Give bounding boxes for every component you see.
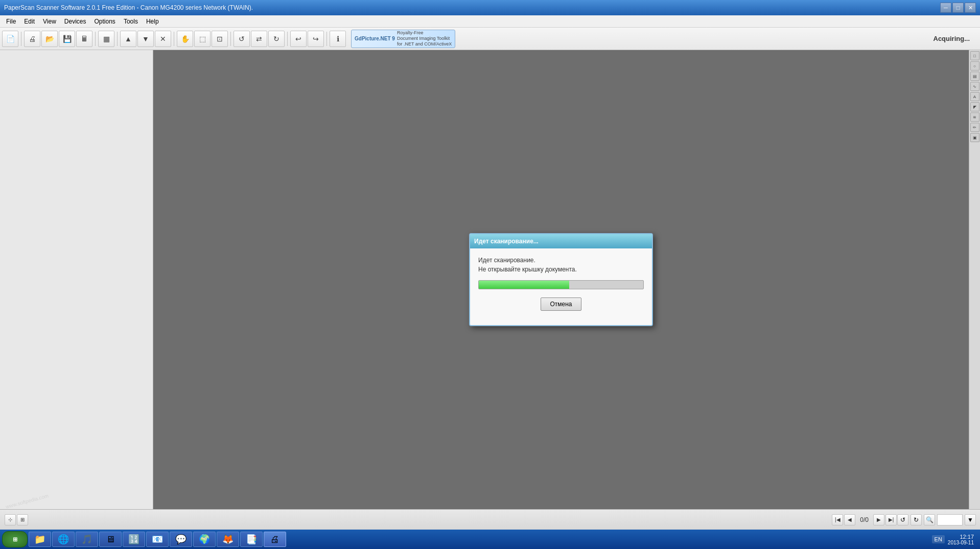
toolbar-sep-7: [326, 32, 327, 46]
taskbar-media[interactable]: 🎵: [76, 532, 98, 547]
dialog-overlay: Идет сканирование... Идет сканирование. …: [153, 50, 969, 509]
toolbar-down-button[interactable]: ▼: [137, 31, 154, 47]
first-page-button[interactable]: |◀: [832, 514, 843, 525]
toolbar-delete-button[interactable]: ✕: [155, 31, 171, 47]
right-tool-8[interactable]: ✏: [970, 123, 979, 132]
toolbar-sep-2: [95, 32, 96, 46]
maximize-button[interactable]: □: [952, 3, 964, 13]
taskbar: ⊞ 📁 🌐 🎵 🖥 🔢 📧 💬 🌍 🦊 📑 🖨 EN 12:17 2013-09…: [0, 530, 980, 549]
zoom-input[interactable]: 100%: [937, 514, 963, 525]
menu-tools[interactable]: Tools: [120, 17, 142, 26]
toolbar-rotate-left-button[interactable]: ↺: [234, 31, 250, 47]
toolbar-new-button[interactable]: 📄: [2, 31, 18, 47]
toolbar-scan-button[interactable]: 🖨: [24, 31, 40, 47]
right-tool-5[interactable]: A: [970, 92, 979, 101]
toolbar-info-button[interactable]: ℹ: [330, 31, 346, 47]
right-tool-3[interactable]: ▤: [970, 72, 979, 81]
toolbar-sep-3: [117, 32, 118, 46]
banner-line1: Royalty-Free: [397, 30, 452, 36]
toolbar-hand-button[interactable]: ✋: [177, 31, 193, 47]
menu-options[interactable]: Options: [90, 17, 120, 26]
menu-help[interactable]: Help: [142, 17, 163, 26]
start-icon: ⊞: [13, 536, 17, 543]
toolbar-select-button[interactable]: ⬚: [194, 31, 211, 47]
progress-bar-fill: [479, 281, 569, 289]
toolbar-sep-5: [230, 32, 231, 46]
taskbar-skype[interactable]: 💬: [170, 532, 192, 547]
view-move-button[interactable]: ⊹: [5, 514, 16, 525]
toolbar-sep-1: [21, 32, 21, 46]
taskbar-paperscan[interactable]: 🖨: [264, 532, 286, 547]
zoom-out-button[interactable]: 🔍: [924, 514, 935, 525]
toolbar-undo-button[interactable]: ↩: [290, 31, 307, 47]
progress-bar-container: [478, 280, 644, 289]
prev-page-button[interactable]: ◀: [844, 514, 855, 525]
toolbar-open-button[interactable]: 📂: [41, 31, 58, 47]
taskbar-firefox[interactable]: 🦊: [217, 532, 239, 547]
taskbar-acrobat[interactable]: 📑: [240, 532, 263, 547]
taskbar-remote[interactable]: 🖥: [99, 532, 122, 547]
toolbar-print-button[interactable]: 🖩: [76, 31, 92, 47]
menu-view[interactable]: View: [39, 17, 60, 26]
dialog-body: Идет сканирование. Не открывайте крышку …: [470, 248, 652, 325]
right-panel: □ ○ ▤ ∿ A ◤ ≋ ✏ ▣: [969, 50, 980, 509]
dialog-titlebar: Идет сканирование...: [470, 234, 652, 248]
toolbar-banner: GdPicture.NET 9 Royalty-Free Document Im…: [351, 30, 455, 48]
page-info: 0/0: [860, 516, 869, 523]
dialog-message-line1: Идет сканирование.: [478, 257, 644, 264]
rotate-left-button[interactable]: ↺: [897, 514, 908, 525]
right-tool-2[interactable]: ○: [970, 61, 979, 71]
main-layout: www.softpedia.com Идет сканирование... И…: [0, 50, 980, 509]
menu-edit[interactable]: Edit: [20, 17, 39, 26]
menu-bar: File Edit View Devices Options Tools Hel…: [0, 15, 980, 28]
cancel-button[interactable]: Отмена: [541, 298, 581, 311]
zoom-dropdown-button[interactable]: ▼: [965, 514, 976, 525]
toolbar-sep-4: [174, 32, 174, 46]
menu-file[interactable]: File: [2, 17, 20, 26]
right-tool-6[interactable]: ◤: [970, 102, 979, 111]
zoom-controls: ↺ ↻ 🔍 100% ▼: [897, 514, 976, 525]
toolbar-rotate-right-button[interactable]: ↻: [268, 31, 285, 47]
close-button[interactable]: ✕: [965, 3, 976, 13]
toolbar-up-button[interactable]: ▲: [120, 31, 136, 47]
title-text: PaperScan Scanner Software 2.0.1 Free Ed…: [4, 4, 253, 11]
dialog-footer: Отмена: [478, 298, 644, 317]
taskbar-browser[interactable]: 🌐: [52, 532, 75, 547]
right-tool-1[interactable]: □: [970, 51, 979, 60]
bottom-bar: ⊹ ⊞ |◀ ◀ 0/0 ▶ ▶| ↺ ↻ 🔍 100% ▼: [0, 509, 980, 530]
clock-date: 2013-09-11: [948, 540, 974, 545]
toolbar-redo-button[interactable]: ↪: [308, 31, 324, 47]
toolbar-sep-6: [287, 32, 288, 46]
left-panel: www.softpedia.com: [0, 50, 153, 509]
minimize-button[interactable]: ─: [940, 3, 951, 13]
banner-line3: for .NET and COM/ActiveX: [397, 41, 452, 47]
start-button[interactable]: ⊞: [2, 531, 28, 547]
watermark: www.softpedia.com: [5, 493, 49, 509]
lang-indicator: EN: [932, 535, 945, 543]
taskbar-outlook[interactable]: 📧: [146, 532, 169, 547]
right-tool-4[interactable]: ∿: [970, 82, 979, 91]
title-bar: PaperScan Scanner Software 2.0.1 Free Ed…: [0, 0, 980, 15]
last-page-button[interactable]: ▶|: [885, 514, 897, 525]
toolbar-crop-button[interactable]: ⊡: [212, 31, 228, 47]
title-controls: ─ □ ✕: [940, 3, 976, 13]
next-page-button[interactable]: ▶: [873, 514, 884, 525]
toolbar-flip-button[interactable]: ⇄: [251, 31, 267, 47]
scan-dialog: Идет сканирование... Идет сканирование. …: [469, 233, 653, 326]
toolbar-grid-button[interactable]: ▦: [98, 31, 114, 47]
banner-logo-text: GdPicture.NET 9: [355, 36, 395, 41]
canvas-area: Идет сканирование... Идет сканирование. …: [153, 50, 969, 509]
right-tool-7[interactable]: ≋: [970, 112, 979, 122]
toolbar-save-button[interactable]: 💾: [59, 31, 75, 47]
rotate-right-button[interactable]: ↻: [911, 514, 922, 525]
clock-time: 12:17: [960, 534, 974, 540]
taskbar-calculator[interactable]: 🔢: [123, 532, 145, 547]
banner-line2: Document Imaging Toolkit: [397, 36, 452, 41]
toolbar: 📄 🖨 📂 💾 🖩 ▦ ▲ ▼ ✕ ✋ ⬚ ⊡ ↺ ⇄ ↻ ↩ ↪ ℹ GdPi…: [0, 28, 980, 50]
right-tool-9[interactable]: ▣: [970, 133, 979, 142]
taskbar-ie[interactable]: 🌍: [193, 532, 216, 547]
menu-devices[interactable]: Devices: [60, 17, 90, 26]
taskbar-file-explorer[interactable]: 📁: [29, 532, 51, 547]
dialog-title: Идет сканирование...: [474, 238, 539, 245]
view-fit-button[interactable]: ⊞: [17, 514, 28, 525]
